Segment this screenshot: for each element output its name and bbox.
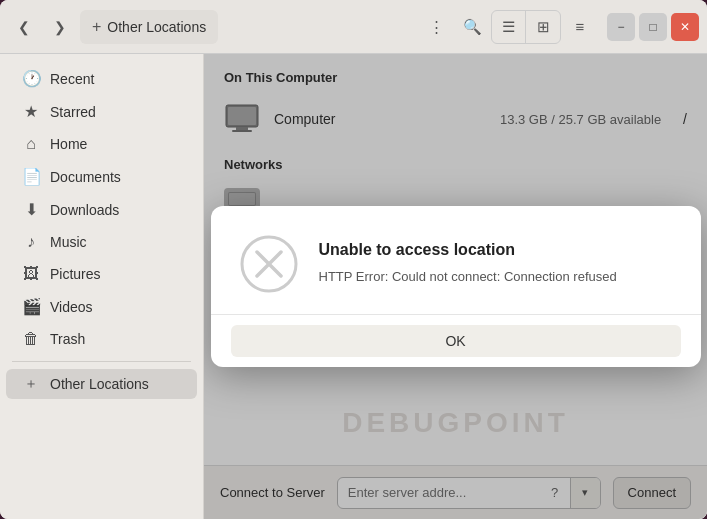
home-icon: ⌂: [22, 135, 40, 153]
sidebar-label-recent: Recent: [50, 71, 94, 87]
pictures-icon: 🖼: [22, 265, 40, 283]
header-actions: ⋮ 🔍 ☰ ⊞ ≡: [419, 10, 597, 44]
sidebar-label-downloads: Downloads: [50, 202, 119, 218]
other-locations-icon: ＋: [22, 375, 40, 393]
dialog-title: Unable to access location: [319, 241, 673, 259]
sidebar-item-starred[interactable]: ★ Starred: [6, 96, 197, 127]
sidebar-label-documents: Documents: [50, 169, 121, 185]
sidebar-divider: [12, 361, 191, 362]
sidebar-label-home: Home: [50, 136, 87, 152]
sidebar-label-other-locations: Other Locations: [50, 376, 149, 392]
dialog-text: Unable to access location HTTP Error: Co…: [319, 241, 673, 287]
sidebar-item-videos[interactable]: 🎬 Videos: [6, 291, 197, 322]
sidebar-label-starred: Starred: [50, 104, 96, 120]
dialog-body: Unable to access location HTTP Error: Co…: [211, 206, 701, 314]
menu-button[interactable]: ⋮: [419, 11, 453, 43]
file-manager-window: ❮ ❯ + Other Locations ⋮ 🔍 ☰ ⊞ ≡ − □ ✕ �: [0, 0, 707, 519]
forward-button[interactable]: ❯: [44, 11, 76, 43]
dialog-footer: OK: [211, 314, 701, 367]
sidebar: 🕐 Recent ★ Starred ⌂ Home 📄 Documents ⬇ …: [0, 54, 204, 519]
view-toggle: ☰ ⊞: [491, 10, 561, 44]
dialog-message: HTTP Error: Could not connect: Connectio…: [319, 267, 673, 287]
sidebar-item-other-locations[interactable]: ＋ Other Locations: [6, 369, 197, 399]
sort-button[interactable]: ≡: [563, 11, 597, 43]
recent-icon: 🕐: [22, 69, 40, 88]
error-icon: [239, 234, 299, 294]
sidebar-item-recent[interactable]: 🕐 Recent: [6, 63, 197, 94]
error-dialog: Unable to access location HTTP Error: Co…: [211, 206, 701, 367]
sidebar-item-downloads[interactable]: ⬇ Downloads: [6, 194, 197, 225]
location-label: Other Locations: [107, 19, 206, 35]
titlebar: ❮ ❯ + Other Locations ⋮ 🔍 ☰ ⊞ ≡ − □ ✕: [0, 0, 707, 54]
minimize-button[interactable]: −: [607, 13, 635, 41]
starred-icon: ★: [22, 102, 40, 121]
downloads-icon: ⬇: [22, 200, 40, 219]
main-content: On This Computer Computer 13.3 GB / 25.7…: [204, 54, 707, 519]
documents-icon: 📄: [22, 167, 40, 186]
sidebar-item-home[interactable]: ⌂ Home: [6, 129, 197, 159]
location-pill[interactable]: + Other Locations: [80, 10, 218, 44]
sidebar-item-pictures[interactable]: 🖼 Pictures: [6, 259, 197, 289]
new-tab-icon: +: [92, 18, 101, 36]
sidebar-label-music: Music: [50, 234, 87, 250]
sidebar-item-documents[interactable]: 📄 Documents: [6, 161, 197, 192]
window-controls: − □ ✕: [607, 13, 699, 41]
grid-view-button[interactable]: ⊞: [526, 11, 560, 43]
close-button[interactable]: ✕: [671, 13, 699, 41]
list-view-button[interactable]: ☰: [492, 11, 526, 43]
sidebar-label-videos: Videos: [50, 299, 93, 315]
dialog-overlay: Unable to access location HTTP Error: Co…: [204, 54, 707, 519]
search-button[interactable]: 🔍: [455, 11, 489, 43]
dialog-ok-button[interactable]: OK: [231, 325, 681, 357]
videos-icon: 🎬: [22, 297, 40, 316]
sidebar-item-music[interactable]: ♪ Music: [6, 227, 197, 257]
trash-icon: 🗑: [22, 330, 40, 348]
sidebar-label-pictures: Pictures: [50, 266, 101, 282]
sidebar-label-trash: Trash: [50, 331, 85, 347]
sidebar-item-trash[interactable]: 🗑 Trash: [6, 324, 197, 354]
maximize-button[interactable]: □: [639, 13, 667, 41]
music-icon: ♪: [22, 233, 40, 251]
back-button[interactable]: ❮: [8, 11, 40, 43]
window-body: 🕐 Recent ★ Starred ⌂ Home 📄 Documents ⬇ …: [0, 54, 707, 519]
